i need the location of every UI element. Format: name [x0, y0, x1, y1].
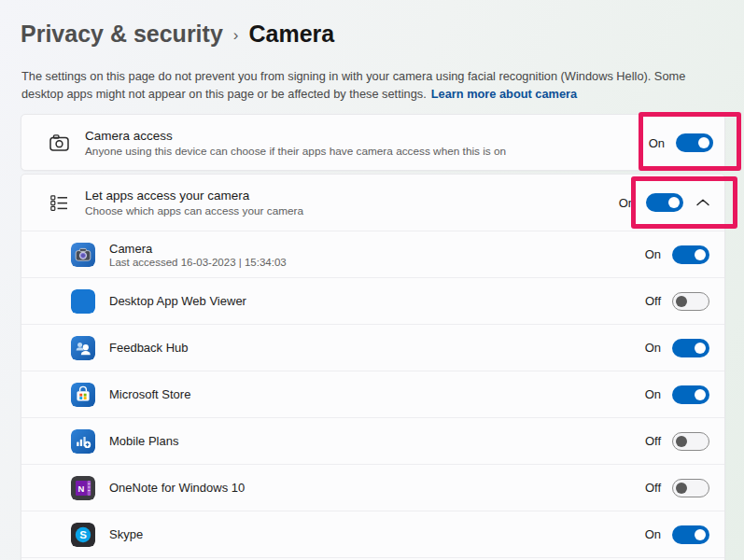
page-title: Camera	[248, 21, 334, 48]
let-apps-title: Let apps access your camera	[85, 189, 303, 203]
let-apps-card: Let apps access your camera Choose which…	[21, 174, 725, 560]
app-name: Camera	[109, 242, 287, 256]
let-apps-state-label: On	[612, 196, 635, 210]
camera-access-row: Camera access Anyone using this device c…	[21, 115, 724, 171]
microsoft-store-icon	[71, 383, 95, 407]
app-toggle[interactable]	[672, 525, 709, 544]
app-toggle-state-label: Off	[639, 434, 661, 448]
app-last-accessed: Last accessed 16-03-2023 | 15:34:03	[109, 257, 287, 268]
app-toggle[interactable]	[672, 245, 709, 264]
app-permission-list: CameraLast accessed 16-03-2023 | 15:34:0…	[21, 231, 724, 557]
app-toggle-state-label: Off	[639, 481, 661, 495]
app-toggle-state-label: On	[639, 247, 661, 261]
app-name: Desktop App Web Viewer	[109, 294, 246, 308]
svg-text:N: N	[78, 483, 85, 493]
app-name: Microsoft Store	[109, 387, 190, 401]
chevron-up-icon[interactable]	[696, 199, 709, 206]
list-item: Microsoft StoreOn	[21, 371, 724, 417]
app-toggle[interactable]	[672, 339, 709, 357]
app-list-icon	[48, 195, 70, 211]
camera-app-icon	[71, 243, 95, 267]
camera-access-subtitle: Anyone using this device can choose if t…	[85, 145, 506, 158]
page-description-text: The settings on this page do not prevent…	[21, 69, 685, 101]
app-toggle[interactable]	[672, 479, 709, 497]
app-name: Feedback Hub	[109, 341, 189, 355]
svg-text:S: S	[79, 529, 87, 540]
page-description: The settings on this page do not prevent…	[21, 68, 725, 104]
camera-access-toggle[interactable]	[676, 133, 713, 152]
feedback-hub-icon	[71, 336, 95, 360]
list-item: Feedback HubOn	[21, 324, 724, 371]
app-toggle-state-label: On	[639, 341, 661, 355]
app-name: Mobile Plans	[109, 434, 178, 448]
list-item: CameraLast accessed 16-03-2023 | 15:34:0…	[21, 231, 724, 277]
breadcrumb-parent[interactable]: Privacy & security	[21, 21, 223, 48]
camera-access-card: Camera access Anyone using this device c…	[21, 114, 725, 171]
let-apps-subtitle: Choose which apps can access your camera	[85, 204, 303, 217]
app-toggle[interactable]	[672, 432, 709, 451]
breadcrumb: Privacy & security › Camera	[21, 21, 334, 48]
camera-outline-icon	[48, 134, 70, 151]
app-toggle-state-label: On	[639, 527, 661, 541]
app-toggle-state-label: On	[639, 387, 661, 401]
breadcrumb-separator-icon: ›	[233, 26, 239, 45]
app-toggle-state-label: Off	[639, 294, 661, 308]
let-apps-row[interactable]: Let apps access your camera Choose which…	[21, 175, 724, 231]
app-name: OneNote for Windows 10	[109, 481, 245, 495]
list-item: SSkypeOn	[21, 511, 724, 557]
app-name: Skype	[109, 527, 143, 541]
app-toggle[interactable]	[672, 292, 709, 311]
list-item: Mobile PlansOff	[21, 417, 724, 464]
camera-access-state-label: On	[642, 136, 665, 150]
camera-access-title: Camera access	[85, 129, 506, 143]
list-item: Desktop App Web ViewerOff	[21, 277, 724, 324]
desktop-app-web-viewer-icon	[71, 289, 95, 314]
app-toggle[interactable]	[672, 385, 709, 404]
skype-icon: S	[71, 523, 95, 547]
list-item: NOneNote for Windows 10Off	[21, 464, 724, 511]
let-apps-toggle[interactable]	[646, 193, 683, 212]
learn-more-link[interactable]: Learn more about camera	[431, 87, 577, 101]
onenote-icon: N	[71, 476, 95, 500]
mobile-plans-icon	[71, 429, 95, 454]
